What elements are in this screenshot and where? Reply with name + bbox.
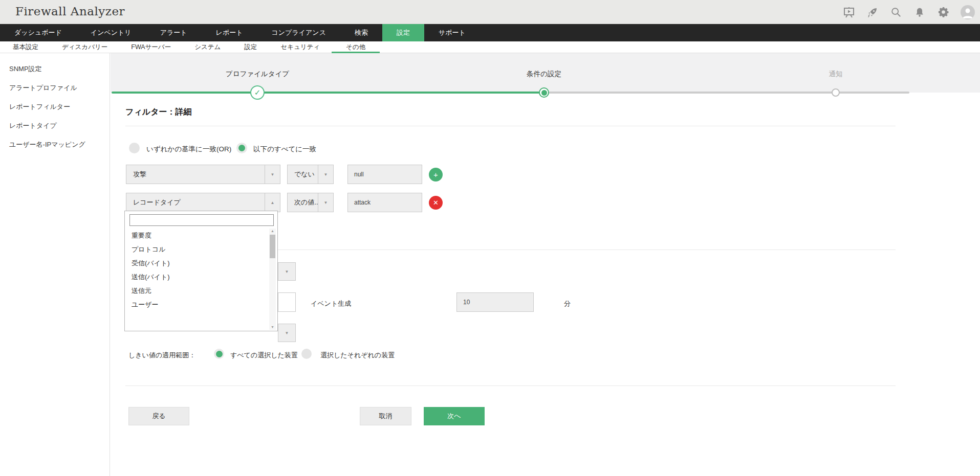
dropdown-option-received-bytes[interactable]: 受信(バイト) [125,256,269,270]
filter-field-select-2[interactable]: レコードタイプ ▲ [126,193,280,212]
subnav-system[interactable]: システム [183,41,232,53]
bell-icon[interactable] [913,6,926,18]
chevron-down-icon: ▼ [278,263,295,280]
nav-support[interactable]: サポート [424,24,480,41]
sidebar-item-snmp[interactable]: SNMP設定 [0,59,110,78]
stepper-line-upcoming [544,92,909,94]
dropdown-option-source[interactable]: 送信元 [125,284,269,298]
threshold-all-radio[interactable] [214,349,224,359]
add-condition-button[interactable]: + [429,168,443,182]
filter-value-input-1[interactable] [347,165,422,184]
step-circle-conditions[interactable] [539,87,549,98]
filter-field-select-1[interactable]: 攻撃 ▼ [126,165,280,184]
stepper-line-done [112,92,544,94]
back-button[interactable]: 戻る [128,407,189,425]
sidebar-item-report-type[interactable]: レポートタイプ [0,116,110,135]
nav-dashboard[interactable]: ダッシュボード [0,24,76,41]
gear-icon[interactable] [937,6,949,18]
scroll-down-icon[interactable]: ▼ [269,325,276,330]
stepper: プロファイルタイプ 条件の設定 通知 [111,53,980,93]
footer-divider [125,386,896,386]
step-circle-notification[interactable] [832,88,840,97]
dropdown-option-severity[interactable]: 重要度 [125,229,269,242]
step-label-notification: 通知 [829,70,843,79]
filter-value-input-2[interactable] [347,193,422,212]
filter-operator-select-2[interactable]: 次の値... ▼ [287,193,334,212]
dropdown-option-user[interactable]: ユーザー [125,298,269,311]
event-minutes-input[interactable] [456,292,534,312]
filter-operator-select-1[interactable]: でない ▼ [287,165,334,184]
user-avatar[interactable] [961,5,975,19]
sidebar-item-alert-profile[interactable]: アラートプロファイル [0,78,110,97]
subnav-discovery[interactable]: ディスカバリー [50,41,119,53]
nav-settings[interactable]: 設定 [382,24,424,41]
step-circle-profile-type[interactable]: ✓ [250,85,265,100]
threshold-scope-label: しきい値の適用範囲： [128,351,195,360]
subnav-security[interactable]: セキュリティ [269,41,332,53]
rocket-icon[interactable] [866,6,879,18]
app-header: Firewall Analyzer [0,0,980,24]
main-nav: ダッシュボード インベントリ アラート レポート コンプライアンス 検索 設定 … [0,24,980,41]
chevron-down-icon: ▼ [265,165,280,184]
subnav-basic-settings[interactable]: 基本設定 [1,41,50,53]
nav-alerts[interactable]: アラート [146,24,202,41]
nav-search[interactable]: 検索 [340,24,382,41]
heading-divider [125,126,896,126]
hidden-input-edge[interactable] [278,292,296,312]
nav-reports[interactable]: レポート [202,24,257,41]
settings-subnav: 基本設定 ディスカバリー FWAサーバー システム 設定 セキュリティ その他 [0,41,980,53]
step-label-profile-type: プロファイルタイプ [226,70,289,79]
threshold-each-radio[interactable] [301,349,312,359]
subnav-settings[interactable]: 設定 [232,41,269,53]
presentation-icon[interactable] [843,6,855,18]
match-any-label: いずれかの基準に一致(OR) [146,145,231,154]
chevron-down-icon: ▼ [278,324,295,342]
main-content: プロファイルタイプ 条件の設定 通知 ✓ フィルター：詳細 いずれかの基準に一致… [111,53,980,476]
threshold-each-label: 選択したそれぞれの装置 [320,351,395,360]
chevron-down-icon: ▼ [318,165,333,184]
match-any-radio[interactable] [129,143,140,153]
subnav-fwa-server[interactable]: FWAサーバー [119,41,183,53]
match-all-label: 以下のすべてに一致 [253,145,316,154]
search-icon[interactable] [890,6,902,18]
dropdown-option-sent-bytes[interactable]: 送信(バイト) [125,270,269,284]
threshold-all-label: すべての選択した装置 [230,351,298,360]
step-label-conditions: 条件の設定 [527,70,561,79]
match-all-radio[interactable] [236,143,247,153]
sidebar-item-report-filter[interactable]: レポートフィルター [0,97,110,116]
next-button[interactable]: 次へ [424,407,485,425]
remove-condition-button[interactable]: ✕ [429,196,443,210]
minutes-unit-label: 分 [564,299,571,308]
page-title: フィルター：詳細 [125,107,192,118]
app-title: Firewall Analyzer [15,5,125,18]
dropdown-search-input[interactable] [129,214,274,226]
scroll-up-icon[interactable]: ▲ [269,229,276,234]
event-generation-label: イベント生成 [311,299,351,308]
record-type-dropdown: 重要度 プロトコル 受信(バイト) 送信(バイト) 送信元 ユーザー ▲ ▼ [124,211,278,331]
sidebar-item-user-ip-mapping[interactable]: ユーザー名-IPマッピング [0,135,110,154]
hidden-select-caret-1[interactable]: ▼ [278,262,296,281]
chevron-up-icon: ▲ [265,193,280,212]
dropdown-scrollbar[interactable]: ▲ ▼ [269,229,276,330]
scrollbar-thumb[interactable] [270,235,275,258]
subnav-others[interactable]: その他 [332,41,380,53]
sidebar: SNMP設定 アラートプロファイル レポートフィルター レポートタイプ ユーザー… [0,53,110,476]
nav-inventory[interactable]: インベントリ [76,24,146,41]
nav-compliance[interactable]: コンプライアンス [257,24,340,41]
dropdown-option-list: 重要度 プロトコル 受信(バイト) 送信(バイト) 送信元 ユーザー [125,229,269,311]
chevron-down-icon: ▼ [318,193,333,212]
dropdown-option-protocol[interactable]: プロトコル [125,242,269,256]
hidden-select-caret-2[interactable]: ▼ [278,324,296,342]
cancel-button[interactable]: 取消 [360,407,411,425]
